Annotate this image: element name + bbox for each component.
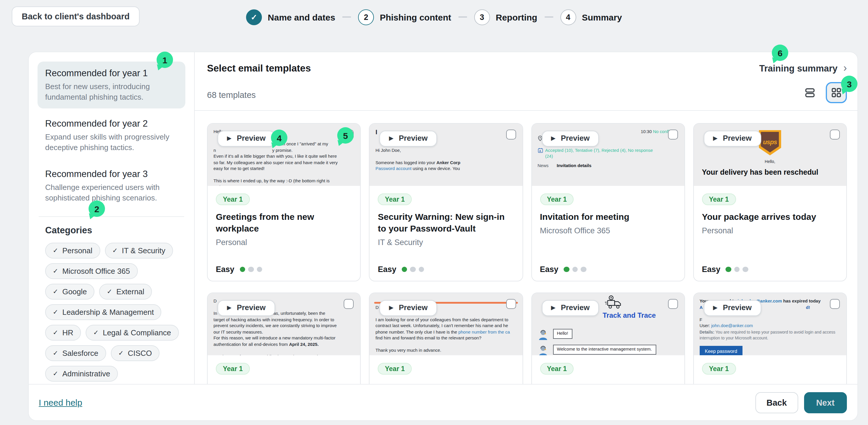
check-icon: ✓ [53,350,58,357]
app-root: Back to client's dashboard ✓ Name and da… [0,0,868,425]
category-chip-cisco[interactable]: ✓CISCO [111,346,159,361]
categories-title: Categories [45,225,184,236]
wizard-footer: I need help Back Next [29,384,858,420]
category-chip-salesforce[interactable]: ✓Salesforce [45,346,106,361]
email-preview: D I am looking for one of your colleague… [370,293,523,355]
year-badge: Year 1 [540,363,574,374]
main-content: Select email templates Training summary … [195,52,858,384]
annotation-badge-4: 4 [271,130,287,146]
card-body: Year 1 Invitation for meeting Microsoft … [532,186,684,281]
year-badge: Year 1 [216,363,250,374]
template-title: Invitation for meeting [540,211,676,223]
preview-button[interactable]: ▶ Preview [541,131,599,146]
template-card-invitation-meeting[interactable]: 10:30 No conflicts Teams Meeting Ben Ant… [531,123,685,282]
support-agent-avatar [537,345,548,355]
template-category: IT & Security [378,238,514,247]
content-header: Select email templates Training summary … [195,52,858,111]
email-preview: I Hi John Doe, Someone has logged into y… [370,124,523,186]
template-checkbox[interactable] [506,299,516,309]
grid-view-icon [831,87,842,98]
preview-button[interactable]: ▶ Preview [380,300,437,316]
track-and-trace-label: Track and Trace [602,313,656,319]
year-badge: Year 1 [702,363,736,374]
preview-button[interactable]: ▶ Preview [704,300,761,316]
calendar-people-icon [537,148,543,153]
step-summary[interactable]: 4 Summary [560,9,622,25]
preview-button[interactable]: ▶ Preview [541,300,599,316]
category-chip-personal[interactable]: ✓Personal [45,243,100,259]
annotation-badge-5: 5 [337,127,354,143]
step-separator [342,17,351,18]
year-badge: Year 1 [216,193,250,205]
email-preview: Track and Trace Hello! [532,293,684,355]
password-account-link: Password account [376,166,412,171]
step-name-and-dates[interactable]: ✓ Name and dates [246,9,335,25]
category-chip-external[interactable]: ✓External [99,284,152,300]
step-separator [458,17,467,18]
difficulty-label: Easy [216,265,234,274]
template-checkbox[interactable] [668,130,678,139]
difficulty-dots [726,267,748,272]
template-card-mfa-announcement[interactable]: D Inas, unfortunately, been the target o… [207,293,361,384]
step-phishing-content[interactable]: 2 Phishing content [358,9,451,25]
template-checkbox[interactable] [830,299,840,309]
template-checkbox[interactable] [668,299,678,309]
template-card-package-arrives[interactable]: usps Hello, Your delivery has been resch… [693,123,847,282]
sidebar-item-recommended-year-3[interactable]: Recommended for year 3 Challenge experie… [37,162,185,209]
year-badge: Year 1 [378,193,412,205]
difficulty-dots [240,267,262,272]
template-checkbox[interactable] [344,299,354,309]
need-help-link[interactable]: I need help [39,397,82,407]
template-category: Microsoft Office 365 [540,226,676,235]
play-icon: ▶ [713,305,718,311]
check-icon: ✓ [107,288,112,296]
template-card-greetings-new-workplace[interactable]: Hello everyone, in touch once I "arrived… [207,123,361,282]
preview-button[interactable]: ▶ Preview [380,131,437,146]
category-chip-hr[interactable]: ✓HR [45,325,81,341]
sidebar-item-recommended-year-2[interactable]: Recommended for year 2 Expand user skill… [37,112,185,159]
preview-button[interactable]: ▶ Preview [218,300,275,316]
category-chip-google[interactable]: ✓Google [45,284,94,300]
template-checkbox[interactable] [830,130,840,139]
category-chip-leadership-management[interactable]: ✓Leadership & Management [45,304,162,320]
category-chip-administrative[interactable]: ✓Administrative [45,366,118,382]
check-icon: ✓ [118,350,123,357]
template-title: Greetings from the new workplace [216,211,352,234]
preview-button[interactable]: ▶ Preview [704,131,761,146]
phone-number-link: phone number from the ca [458,329,510,334]
category-chip-it-security[interactable]: ✓IT & Security [105,243,173,259]
play-icon: ▶ [551,135,555,141]
step-reporting[interactable]: 3 Reporting [474,9,537,25]
list-view-icon [804,87,816,98]
template-card-password-expired[interactable]: Your password to john.doe@anker.com has … [693,293,847,384]
back-to-dashboard-button[interactable]: Back to client's dashboard [12,6,140,26]
keep-password-button[interactable]: Keep password [700,346,743,355]
template-card-security-warning[interactable]: I Hi John Doe, Someone has logged into y… [369,123,523,282]
email-preview: usps Hello, Your delivery has been resch… [694,124,846,186]
main-panel: Recommended for year 1 Best for new user… [28,52,858,421]
category-chips: ✓Personal ✓IT & Security ✓Microsoft Offi… [45,243,185,382]
category-chip-legal-compliance[interactable]: ✓Legal & Compliance [86,325,179,341]
sidebar-item-recommended-year-1[interactable]: Recommended for year 1 Best for new user… [37,62,185,108]
template-checkbox[interactable] [506,130,516,139]
difficulty-label: Easy [378,265,397,274]
chat-bubble: Welcome to the interactive management sy… [553,345,656,354]
preview-button[interactable]: ▶ Preview [218,131,275,146]
check-icon: ✓ [53,329,58,337]
category-chip-microsoft-office-365[interactable]: ✓Microsoft Office 365 [45,263,137,279]
training-summary-link[interactable]: Training summary › [759,62,847,74]
next-button[interactable]: Next [804,392,847,413]
play-icon: ▶ [389,135,394,141]
templates-grid-wrapper: Hello everyone, in touch once I "arrived… [195,111,858,384]
template-card-track-and-trace[interactable]: Track and Trace Hello! [531,293,685,384]
step-separator [544,17,553,18]
template-card-sales-colleague[interactable]: D I am looking for one of your colleague… [369,293,523,384]
back-button[interactable]: Back [755,392,798,413]
annotation-badge-3: 3 [841,76,858,92]
annotation-badge-6: 6 [772,44,788,61]
card-body: Year 1 [694,355,846,384]
list-view-toggle[interactable] [799,82,820,103]
check-icon: ✓ [112,247,118,255]
play-icon: ▶ [389,305,394,311]
tab-invitation-details: Invitation details [557,163,591,169]
